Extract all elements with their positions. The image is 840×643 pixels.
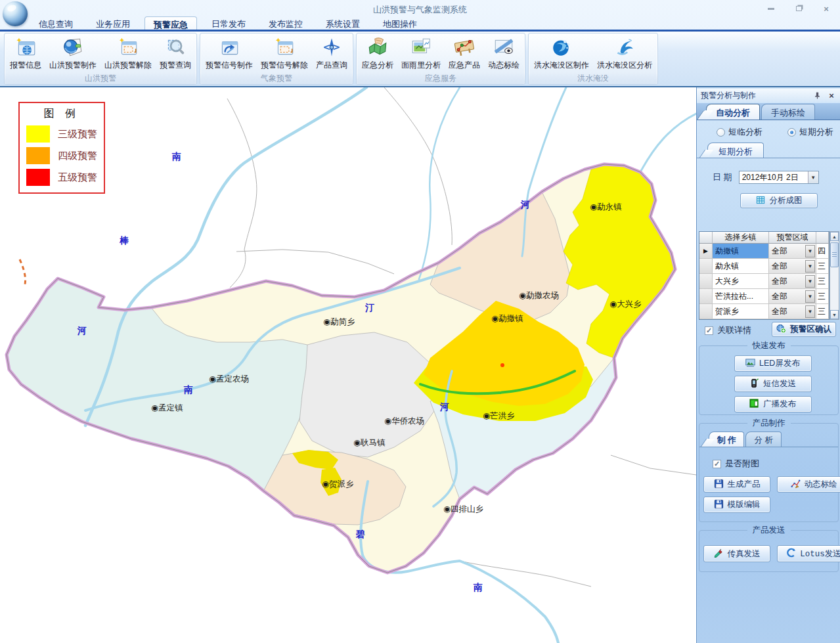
template-edit-button[interactable]: 模版编辑 [703, 497, 770, 513]
product-make-group: 产品制作 制 作分 析 ✓ 是否附图 生成产品 动态标绘 模版编辑 [699, 418, 839, 522]
fax-send-button[interactable]: 传真发送 [703, 545, 770, 562]
map-area[interactable]: ◉勐永镇◉大兴乡◉勐撒农场◉勐撒镇◉勐简乡◉孟定农场◉孟定镇◉华侨农场◉耿马镇◉… [0, 87, 696, 643]
scroll-up-icon[interactable]: ▲ [830, 232, 839, 241]
table-scrollbar[interactable]: ▲ ▼ [829, 231, 839, 320]
product-make-tab-2[interactable]: 分 析 [745, 432, 781, 447]
chevron-down-icon[interactable]: ▼ [808, 171, 818, 183]
chevron-down-icon[interactable]: ▼ [805, 305, 815, 318]
close-button[interactable]: × [818, 3, 835, 14]
ribbon-button[interactable]: 洪水淹没区分析 [593, 35, 656, 71]
chevron-down-icon[interactable]: ▼ [805, 245, 815, 257]
ribbon-button-label: 山洪预警解除 [104, 60, 152, 71]
ribbon-button[interactable]: 预警查询 [156, 35, 195, 71]
legend-item: 五级预警 [26, 169, 97, 186]
town-selection-table[interactable]: 选择乡镇 预警区域 ▶勐撒镇全部▼四勐永镇全部▼三大兴乡全部▼三芒洪拉祜...全… [699, 231, 829, 320]
generate-product-button[interactable]: 生成产品 [703, 476, 770, 493]
radio-2[interactable]: 短期分析 [787, 126, 833, 138]
table-row[interactable]: 芒洪拉祜...全部▼三 [699, 289, 829, 304]
window-dashed-icon [117, 36, 139, 58]
lotus-icon [786, 548, 796, 560]
panel-tab-2[interactable]: 手动标绘 [761, 104, 815, 120]
radio-1[interactable]: 短临分析 [717, 126, 763, 138]
picture-eye-icon [493, 36, 515, 58]
panel-header: 预警分析与制作 × [697, 89, 840, 102]
cell-town[interactable]: 勐永镇 [713, 259, 769, 274]
date-row: 日 期 2012年10月 2日 ▼ [697, 171, 840, 184]
ribbon-button-label: 报警信息 [10, 60, 41, 71]
date-dropdown[interactable]: 2012年10月 2日 ▼ [739, 171, 819, 184]
analyze-map-button[interactable]: 分析成图 [740, 193, 818, 208]
cell-town[interactable]: 勐撒镇 [713, 244, 769, 259]
pin-icon[interactable] [812, 90, 822, 100]
ribbon-button[interactable]: 应急分析 [358, 35, 397, 71]
town-label: ◉芒洪乡 [483, 411, 515, 420]
ribbon-button[interactable]: 面雨里分析 [397, 35, 445, 71]
product-make-title: 产品制作 [747, 418, 791, 429]
quick-publish-button-3[interactable]: 广播发布 [734, 396, 812, 412]
cell-region-dropdown[interactable]: 全部▼ [769, 259, 816, 274]
dynamic-plot-label: 动态标绘 [805, 479, 837, 490]
chevron-down-icon[interactable]: ▼ [805, 275, 815, 288]
cell-extra: 三 [816, 274, 829, 289]
ribbon-button[interactable]: 山洪预警解除 [100, 35, 156, 71]
led-screen-icon [745, 358, 755, 370]
ribbon-group-items: 洪水淹没区制作洪水淹没区分析 [529, 33, 657, 73]
date-label: 日 期 [713, 171, 732, 183]
ribbon-button-label: 应急产品 [449, 60, 480, 71]
analysis-mode-radios: 短临分析短期分析 [697, 126, 840, 138]
column-header-region[interactable]: 预警区域 [769, 232, 816, 244]
panel-tab-1[interactable]: 自动分析 [706, 104, 760, 120]
table-row[interactable]: 大兴乡全部▼三 [699, 274, 829, 289]
cell-region-dropdown[interactable]: 全部▼ [769, 304, 816, 319]
river-label: 碧 [355, 529, 365, 539]
ribbon-button[interactable]: 预警信号制作 [202, 35, 257, 71]
product-make-tab-1[interactable]: 制 作 [709, 432, 744, 447]
cell-extra: 三 [816, 304, 829, 319]
ribbon-button-label: 预警查询 [160, 60, 191, 71]
minimize-button[interactable] [763, 3, 780, 14]
column-header-town[interactable]: 选择乡镇 [713, 232, 769, 244]
signboard-icon [453, 36, 475, 58]
table-row[interactable]: ▶勐撒镇全部▼四 [699, 244, 829, 259]
quick-publish-button-1[interactable]: LED屏发布 [734, 355, 812, 372]
table-row[interactable]: 勐永镇全部▼三 [699, 259, 829, 274]
scroll-down-icon[interactable]: ▼ [830, 310, 839, 319]
scrollbar-thumb[interactable] [830, 242, 839, 267]
row-marker [699, 274, 713, 289]
quick-publish-label: LED屏发布 [759, 358, 800, 369]
ribbon-button[interactable]: 报警信息 [6, 35, 45, 71]
ribbon-button[interactable]: 动态标绘 [484, 35, 523, 71]
cell-region-dropdown[interactable]: 全部▼ [769, 244, 816, 259]
dynamic-plot-button[interactable]: 动态标绘 [777, 476, 840, 493]
ribbon-button[interactable]: 应急产品 [445, 35, 484, 71]
table-row[interactable]: 贺派乡全部▼三 [699, 304, 829, 319]
cell-region-dropdown[interactable]: 全部▼ [769, 274, 816, 289]
chevron-down-icon[interactable]: ▼ [805, 290, 815, 303]
attach-image-checkbox[interactable]: ✓ 是否附图 [713, 458, 838, 470]
ribbon-button[interactable]: 洪水淹没区制作 [530, 35, 593, 71]
chevron-down-icon[interactable]: ▼ [805, 260, 815, 273]
generate-product-label: 生成产品 [728, 479, 761, 490]
ribbon-button[interactable]: 山洪预警制作 [45, 35, 100, 71]
region-value: 全部 [769, 246, 805, 257]
cell-region-dropdown[interactable]: 全部▼ [769, 289, 816, 304]
cell-town[interactable]: 贺派乡 [713, 304, 769, 319]
title-bar: 山洪预警与气象监测系统 × [0, 0, 840, 18]
ribbon-button-label: 预警信号解除 [261, 60, 308, 71]
cell-town[interactable]: 大兴乡 [713, 274, 769, 289]
checkbox-icon: ✓ [705, 326, 713, 335]
maximize-button[interactable] [790, 3, 807, 14]
cell-town[interactable]: 芒洪拉祜... [713, 289, 769, 304]
quick-publish-button-2[interactable]: 短信发送 [734, 376, 812, 392]
ribbon-button[interactable]: 产品查询 [312, 35, 351, 71]
tab-short-term-analysis[interactable]: 短期分析 [707, 143, 764, 158]
lotus-send-button[interactable]: Lotus发送 [777, 545, 840, 562]
confirm-warning-zone-button[interactable]: 预警区确认 [772, 322, 836, 337]
ribbon-group-items: 应急分析面雨里分析应急产品动态标绘 [357, 33, 525, 73]
ribbon-button-label: 洪水淹没区分析 [597, 60, 652, 71]
region-value: 全部 [769, 261, 805, 272]
link-detail-checkbox[interactable]: ✓ 关联详情 [705, 324, 751, 336]
grid-icon [756, 195, 766, 207]
panel-close-icon[interactable]: × [826, 90, 837, 100]
ribbon-button[interactable]: 预警信号解除 [257, 35, 312, 71]
